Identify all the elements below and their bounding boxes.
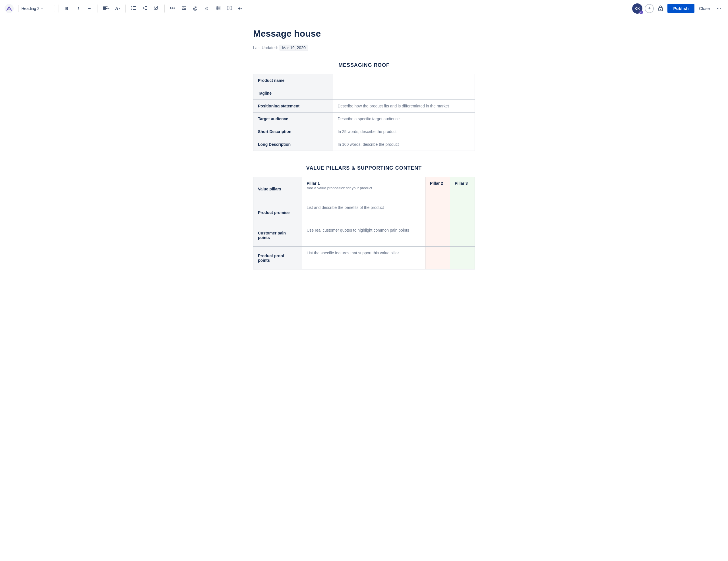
last-updated-row: Last Updated: Mar 19, 2020 [253,45,475,51]
svg-rect-2 [103,7,106,8]
row-label: Product name [253,74,333,87]
svg-rect-1 [103,6,107,7]
toolbar-divider-1 [59,5,59,13]
text-color-button[interactable]: A ▾ [113,4,122,13]
row-value[interactable]: In 100 words, describe the product [333,138,475,151]
close-button[interactable]: Close [697,4,712,13]
row-label: Short Description [253,125,333,138]
value-pillars-table: Value pillarsPillar 1Add a value proposi… [253,177,475,270]
link-icon [170,6,175,11]
bullet-list-button[interactable] [129,4,138,13]
pillar-cell[interactable]: Pillar 3 [450,177,475,201]
align-chevron: ▾ [108,7,109,10]
svg-point-9 [131,9,132,10]
heading-selector[interactable]: Heading 2 ▾ [18,5,55,12]
row-label: Tagline [253,87,333,100]
pillar-cell[interactable] [450,247,475,270]
content-area: Message house Last Updated: Mar 19, 2020… [236,17,492,292]
image-button[interactable] [179,4,189,13]
lock-button[interactable] [656,4,665,13]
row-value[interactable]: In 25 words, describe the product [333,125,475,138]
row-value[interactable] [333,74,475,87]
table-row: Long DescriptionIn 100 words, describe t… [253,138,475,151]
heading-selector-label: Heading 2 [21,6,40,11]
pillar-cell[interactable]: List and describe the benefits of the pr… [302,201,425,224]
bullet-list-icon [131,6,136,11]
pillar-cell[interactable] [450,201,475,224]
mention-button[interactable]: @ [191,4,200,13]
table-row: Short DescriptionIn 25 words, describe t… [253,125,475,138]
svg-rect-6 [133,6,136,7]
pillar-row-label: Product proof points [253,247,302,270]
svg-rect-13 [145,8,147,8]
avatar-initials: CK [635,7,640,10]
more-options-button[interactable]: ··· [714,4,723,13]
align-icon [103,6,107,11]
table-row: Tagline [253,87,475,100]
page-title[interactable]: Message house [253,28,475,39]
more-format-button[interactable]: ··· [85,4,94,13]
image-icon [182,6,186,11]
add-collaborator-button[interactable]: + [645,4,654,13]
svg-point-0 [5,4,14,13]
svg-rect-24 [230,6,232,10]
pillar-row-label: Value pillars [253,177,302,201]
svg-rect-10 [133,9,136,10]
mention-icon: @ [193,6,198,11]
toolbar-divider-4 [164,5,165,13]
row-value[interactable]: Describe how the product fits and is dif… [333,100,475,113]
row-value[interactable]: Describe a specific target audience [333,113,475,125]
pillar-cell[interactable]: List the specific features that support … [302,247,425,270]
align-button[interactable]: ▾ [101,4,111,13]
svg-rect-8 [133,8,136,8]
publish-button[interactable]: Publish [667,4,694,13]
table-row: Product proof pointsList the specific fe… [253,247,475,270]
svg-rect-3 [103,8,107,9]
insert-button[interactable]: + ▾ [236,4,244,13]
last-updated-date[interactable]: Mar 19, 2020 [280,45,308,51]
row-label: Positioning statement [253,100,333,113]
task-list-icon [154,6,159,11]
avatar-badge: C [639,11,643,14]
svg-rect-23 [227,6,229,10]
svg-rect-12 [145,6,147,7]
link-button[interactable] [168,4,177,13]
columns-button[interactable] [225,4,234,13]
pillar-cell[interactable] [425,247,450,270]
row-label: Long Description [253,138,333,151]
pillar-cell[interactable] [425,201,450,224]
avatar-button[interactable]: CK C [632,3,642,14]
pillar-cell[interactable] [425,224,450,247]
italic-button[interactable]: I [74,4,83,13]
pillar-cell[interactable]: Pillar 2 [425,177,450,201]
plus-icon: + [648,5,651,11]
pillar-cell[interactable] [450,224,475,247]
table-row: Product name [253,74,475,87]
row-value[interactable] [333,87,475,100]
table-row: Product promiseList and describe the ben… [253,201,475,224]
insert-icon: + [238,6,241,11]
toolbar-divider-3 [125,5,126,13]
app-logo[interactable] [5,4,14,13]
table-row: Positioning statementDescribe how the pr… [253,100,475,113]
columns-icon [227,6,232,11]
chevron-down-icon: ▾ [41,7,43,10]
emoji-icon: ☺ [204,6,209,11]
table-row: Value pillarsPillar 1Add a value proposi… [253,177,475,201]
task-list-button[interactable] [152,4,161,13]
bold-button[interactable]: B [62,4,71,13]
emoji-button[interactable]: ☺ [202,4,211,13]
insert-chevron: ▾ [241,7,242,10]
ordered-list-button[interactable]: 1. [140,4,150,13]
table-button[interactable] [214,4,223,13]
ordered-list-icon: 1. [143,6,147,11]
svg-point-26 [660,9,661,10]
text-color-icon: A [115,6,118,11]
svg-rect-4 [103,9,106,10]
pillar-cell[interactable]: Use real customer quotes to highlight co… [302,224,425,247]
pillar-cell[interactable]: Pillar 1Add a value proposition for your… [302,177,425,201]
messaging-roof-table: Product nameTaglinePositioning statement… [253,74,475,151]
messaging-roof-heading: MESSAGING ROOF [253,62,475,68]
row-label: Target audience [253,113,333,125]
table-icon [216,6,220,11]
